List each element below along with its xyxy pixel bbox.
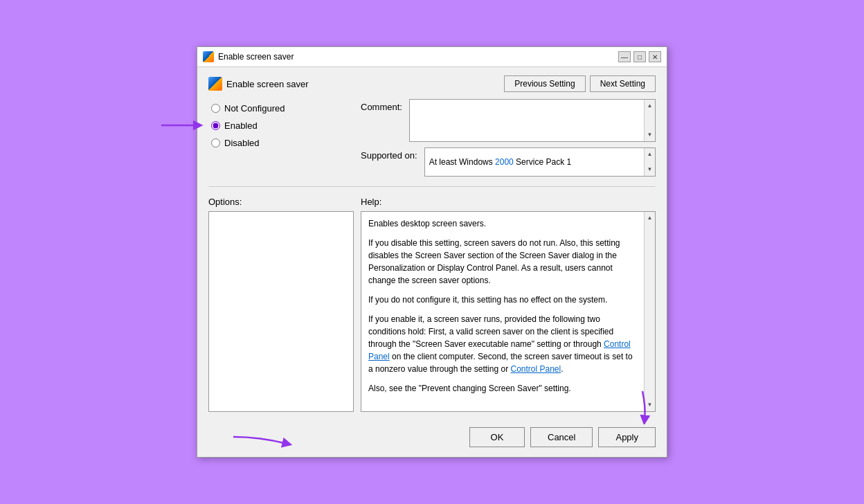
options-col: Options: xyxy=(208,197,354,412)
window-icon xyxy=(203,51,214,62)
comment-section: Comment: ▲ ▼ xyxy=(361,99,656,142)
arrow-to-ok-container xyxy=(232,423,315,450)
options-help-row: Options: Help: Enables desktop screen sa… xyxy=(208,197,656,412)
help-p4: If you enable it, a screen saver runs, p… xyxy=(368,313,637,375)
window-title: Enable screen saver xyxy=(218,52,614,62)
nav-buttons: Previous Setting Next Setting xyxy=(504,75,656,92)
disabled-radio[interactable] xyxy=(211,138,220,147)
minimize-button[interactable]: — xyxy=(618,51,631,62)
comment-textarea[interactable] xyxy=(410,100,644,141)
sup-scroll-up[interactable]: ▲ xyxy=(647,150,653,159)
help-text: Enables desktop screen savers. If you di… xyxy=(361,212,644,411)
right-panel: Comment: ▲ ▼ Supported on: At least xyxy=(361,99,656,177)
scroll-down-arrow[interactable]: ▼ xyxy=(647,130,653,140)
supported-value: At least Windows 2000 Service Pack 1 xyxy=(425,148,644,176)
comment-label: Comment: xyxy=(361,99,402,112)
not-configured-option[interactable]: Not Configured xyxy=(208,102,361,115)
maximize-button[interactable]: □ xyxy=(633,51,646,62)
bottom-bar: OK Cancel Apply xyxy=(197,420,667,457)
help-wrapper: Enables desktop screen savers. If you di… xyxy=(361,211,656,412)
ok-button[interactable]: OK xyxy=(469,427,525,447)
header-left: Enable screen saver xyxy=(208,77,309,91)
arrow-to-enabled xyxy=(160,118,205,132)
windows-link: 2000 xyxy=(495,157,514,167)
not-configured-label: Not Configured xyxy=(224,103,285,114)
scroll-up-arrow[interactable]: ▲ xyxy=(647,101,653,111)
apply-button[interactable]: Apply xyxy=(598,427,656,447)
cancel-button[interactable]: Cancel xyxy=(530,427,593,447)
help-p3: If you do not configure it, this setting… xyxy=(368,294,637,306)
dialog-content: Enable screen saver Previous Setting Nex… xyxy=(197,67,667,420)
control-panel-link2: Control Panel xyxy=(510,364,561,374)
enabled-option[interactable]: Enabled xyxy=(208,119,361,132)
comment-scrollbar: ▲ ▼ xyxy=(644,100,655,141)
prev-setting-button[interactable]: Previous Setting xyxy=(504,75,585,92)
enabled-label: Enabled xyxy=(224,120,258,131)
disabled-option[interactable]: Disabled xyxy=(208,136,361,150)
setting-title: Enable screen saver xyxy=(226,79,309,89)
divider xyxy=(208,186,656,187)
title-bar: Enable screen saver — □ ✕ xyxy=(197,47,667,67)
help-col: Help: Enables desktop screen savers. If … xyxy=(361,197,656,412)
help-scroll-up[interactable]: ▲ xyxy=(647,213,653,223)
enabled-radio[interactable] xyxy=(211,121,220,130)
control-panel-link1: Control Panel xyxy=(368,339,631,361)
window-controls: — □ ✕ xyxy=(618,51,661,62)
options-section-label: Options: xyxy=(208,197,354,207)
left-panel: Not Configured Enabled Disabled xyxy=(208,99,361,177)
main-area: Not Configured Enabled Disabled Comment: xyxy=(208,99,656,177)
supported-text: At least Windows 2000 Service Pack 1 xyxy=(429,157,571,167)
header-row: Enable screen saver Previous Setting Nex… xyxy=(208,75,656,92)
not-configured-radio[interactable] xyxy=(211,104,220,113)
next-setting-button[interactable]: Next Setting xyxy=(590,75,656,92)
help-p2: If you disable this setting, screen save… xyxy=(368,237,637,287)
supported-scrollbar: ▲ ▼ xyxy=(644,148,655,176)
supported-label: Supported on: xyxy=(361,147,417,161)
close-button[interactable]: ✕ xyxy=(649,51,661,62)
help-p5: Also, see the "Prevent changing Screen S… xyxy=(368,382,637,395)
sup-scroll-down[interactable]: ▼ xyxy=(647,165,653,174)
setting-icon xyxy=(208,77,222,91)
disabled-label: Disabled xyxy=(224,138,260,148)
help-section-label: Help: xyxy=(361,197,656,207)
supported-wrapper: At least Windows 2000 Service Pack 1 ▲ ▼ xyxy=(424,147,656,177)
comment-wrapper: ▲ ▼ xyxy=(409,99,656,142)
help-scrollbar: ▲ ▼ xyxy=(644,212,655,411)
help-p1: Enables desktop screen savers. xyxy=(368,217,637,230)
help-scroll-down[interactable]: ▼ xyxy=(647,400,653,410)
supported-section: Supported on: At least Windows 2000 Serv… xyxy=(361,147,656,177)
main-window: Enable screen saver — □ ✕ Enable screen … xyxy=(197,46,667,458)
options-box xyxy=(208,211,354,412)
